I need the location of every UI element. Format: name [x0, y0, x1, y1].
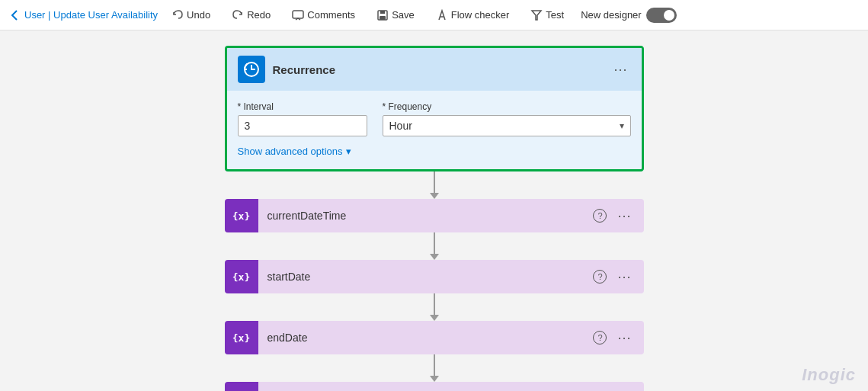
frequency-value: Hour [389, 120, 412, 132]
help-icon-2[interactable]: ? [593, 331, 607, 345]
comments-button[interactable]: Comments [287, 6, 360, 24]
help-icon-1[interactable]: ? [593, 270, 607, 284]
interval-field-group: * Interval [238, 101, 367, 136]
recurrence-card: Recurrence ··· * Interval * Frequency H [225, 46, 644, 171]
var-actions-1: ? ··· [593, 268, 643, 287]
node-endDate[interactable]: {x} endDate ? ··· [225, 321, 644, 354]
recurrence-title: Recurrence [273, 63, 336, 76]
var-icon-box-3: {x} [225, 382, 258, 391]
recurrence-icon-box [238, 56, 265, 83]
node-startDate[interactable]: {x} startDate ? ··· [225, 260, 644, 293]
var-icon-text-2: {x} [232, 332, 250, 344]
arrow-line-1 [434, 171, 435, 193]
var-name-1: startDate [258, 271, 594, 283]
frequency-label: * Frequency [383, 101, 631, 112]
flow-canvas: Recurrence ··· * Interval * Frequency H [0, 30, 868, 391]
frequency-field-group: * Frequency Hour ▾ [383, 101, 631, 136]
save-button[interactable]: Save [372, 6, 419, 24]
flow-checker-button[interactable]: Flow checker [431, 6, 514, 24]
recurrence-body: * Interval * Frequency Hour ▾ [227, 91, 642, 136]
node-isOutOfOffice[interactable]: {x} isOutOfOffice ? ··· [225, 382, 644, 391]
arrow-head-1 [430, 193, 439, 199]
arrow-head-3 [430, 315, 439, 321]
arrow-connector-1 [430, 171, 439, 199]
new-designer-toggle-container: New designer [581, 8, 677, 23]
var-icon-text-0: {x} [232, 210, 250, 222]
arrow-connector-2 [430, 232, 439, 260]
show-advanced-options-link[interactable]: Show advanced options ▾ [238, 146, 631, 157]
back-button[interactable]: User | Update User Availability [9, 9, 158, 21]
frequency-select[interactable]: Hour ▾ [383, 115, 631, 136]
arrow-connector-4 [430, 354, 439, 382]
var-actions-0: ? ··· [593, 207, 643, 226]
test-button[interactable]: Test [526, 6, 569, 24]
interval-input[interactable] [238, 115, 367, 136]
var-icon-box-0: {x} [225, 199, 258, 232]
var-icon-box-1: {x} [225, 260, 258, 293]
var-actions-2: ? ··· [593, 329, 643, 348]
svg-rect-2 [380, 11, 385, 14]
recurrence-more-options[interactable]: ··· [610, 60, 630, 79]
interval-label: * Interval [238, 101, 367, 112]
flow-container: Recurrence ··· * Interval * Frequency H [0, 30, 868, 391]
arrow-head-4 [430, 376, 439, 382]
arrow-connector-3 [430, 293, 439, 321]
new-designer-toggle[interactable] [646, 8, 677, 23]
more-options-1[interactable]: ··· [614, 268, 634, 287]
arrow-head-2 [430, 254, 439, 260]
recurrence-header-left: Recurrence [238, 56, 336, 83]
recurrence-header: Recurrence ··· [227, 48, 642, 91]
svg-rect-0 [293, 11, 303, 18]
more-options-0[interactable]: ··· [614, 207, 634, 226]
arrow-line-2 [434, 232, 435, 254]
chevron-down-advanced-icon: ▾ [346, 146, 351, 157]
redo-button[interactable]: Redo [227, 6, 275, 24]
more-options-2[interactable]: ··· [614, 329, 634, 348]
toolbar: User | Update User Availability Undo Red… [0, 0, 868, 30]
var-icon-box-2: {x} [225, 321, 258, 354]
breadcrumb: User | Update User Availability [24, 9, 158, 21]
var-name-0: currentDateTime [258, 210, 594, 222]
chevron-down-icon: ▾ [620, 120, 624, 131]
advanced-options-section: Show advanced options ▾ [227, 136, 642, 157]
node-currentDateTime[interactable]: {x} currentDateTime ? ··· [225, 199, 644, 232]
var-name-2: endDate [258, 332, 594, 344]
clock-icon [243, 61, 260, 78]
arrow-line-4 [434, 354, 435, 376]
svg-rect-3 [380, 16, 386, 20]
var-icon-text-1: {x} [232, 271, 250, 283]
help-icon-0[interactable]: ? [593, 209, 607, 223]
toolbar-actions: Undo Redo Comments Save [167, 6, 677, 24]
new-designer-label: New designer [581, 9, 642, 21]
arrow-line-3 [434, 293, 435, 315]
undo-button[interactable]: Undo [167, 6, 215, 24]
